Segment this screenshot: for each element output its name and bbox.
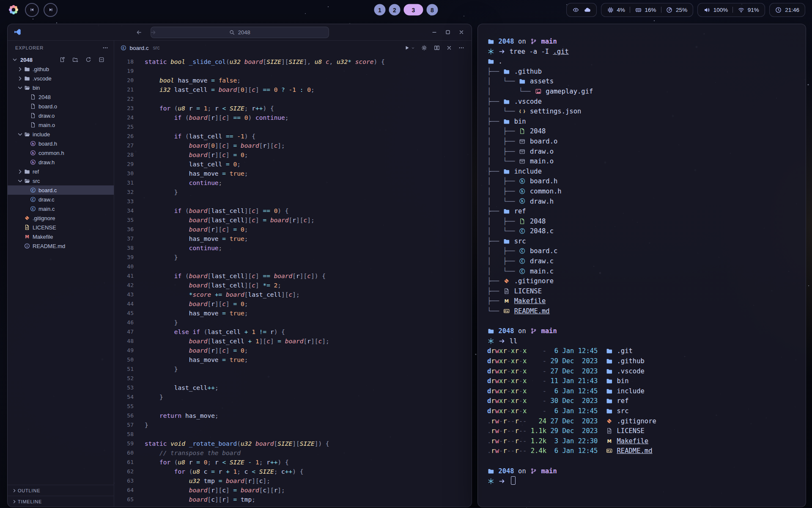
svg-text:h: h [32,160,33,164]
new-file-button[interactable] [58,57,68,63]
refresh-button[interactable] [85,57,94,63]
explorer-item-README.md[interactable]: README.md [8,241,114,251]
code-text: } [134,392,163,402]
maximize-button[interactable] [444,29,451,36]
win-min-icon [431,29,437,35]
terminal-output-line: drwxr-xr-x - 11 Jan 21:43 bin [487,376,798,387]
explorer-item-draw.h[interactable]: hdraw.h [8,157,114,167]
cpu-usage[interactable]: 4% [607,7,625,13]
weather[interactable] [584,7,591,13]
editor-tabbar: C board.c src [114,41,472,55]
explorer-item-draw.c[interactable]: Cdraw.c [8,195,114,204]
terminal-output-line: .rw-r--r-- 24 27 Dec 2023 .gitignore [487,417,798,427]
code-text: if (board[r][c] == 0) continue; [134,113,289,122]
memory-usage[interactable]: 16% [635,7,656,13]
disk-icon [666,7,673,13]
disk-usage[interactable]: 25% [666,7,688,13]
launcher-button[interactable] [7,3,20,17]
terminal-output-line: │ ├── h common.h [487,187,798,197]
tab-dir-hint: src [153,45,159,51]
code-text: } [134,253,178,262]
explorer-item-bin[interactable]: bin [8,83,114,92]
folder-icon [503,238,510,245]
explorer-item-2048[interactable]: 2048 [8,92,114,102]
arrow-prompt-icon [498,48,505,55]
media-prev-button[interactable] [25,3,39,17]
close-button[interactable] [458,29,465,36]
tab-board.c[interactable]: C board.c src [120,45,159,51]
run-button[interactable] [403,45,415,51]
workspace-1[interactable]: 1 [374,4,386,16]
wifi[interactable]: 91% [738,7,759,13]
file-label: 2048 [38,94,51,100]
workspace-8[interactable]: 8 [427,4,438,16]
terminal-output-line: └── README.md [487,306,798,317]
close-editor-button[interactable] [446,45,452,51]
win-max-icon [444,29,451,35]
workspace-3[interactable]: 3 [404,4,423,16]
code-line: 53 last_cell++; [114,383,472,392]
code-line: 29 last_cell = 0; [114,160,472,169]
collapse-folders-button[interactable] [98,57,107,63]
explorer-item-draw.o[interactable]: draw.o [8,111,114,120]
svg-text:M: M [607,439,612,444]
more-actions-button[interactable] [458,45,465,51]
blank-line [487,456,798,467]
sidebar-section-timeline[interactable]: TIMELINE [8,496,114,507]
volume[interactable]: 100% [703,7,728,13]
folder-icon [503,168,510,175]
explorer-item-include[interactable]: include [8,130,114,139]
titlebar[interactable]: 2048 [8,24,472,41]
explorer-more-button[interactable] [102,45,109,51]
explorer-item-common.h[interactable]: hcommon.h [8,148,114,157]
folder-icon [503,98,510,105]
workspace-2[interactable]: 2 [389,4,401,16]
explorer-item-.github[interactable]: .github [8,64,114,74]
explorer-item-.vscode[interactable]: .vscode [8,74,114,83]
idle-inhibitor[interactable] [572,7,579,13]
code-line: 22 [114,94,472,104]
terminal-output-line: ├── .vscode [487,97,798,107]
code-line: 32 } [114,188,472,197]
explorer-item-Makefile[interactable]: MMakefile [8,232,114,241]
line-number: 27 [114,141,134,150]
code-line: 61 for (u8 r = 0; r < SIZE - 1; r++) { [114,458,472,467]
new-folder-button[interactable] [71,57,81,63]
vscode-window: 2048 EXPLORER 2048 .github.vscodebin2048… [7,24,472,507]
explorer-item-board.h[interactable]: hboard.h [8,139,114,148]
code-line: 45 has_move = true; [114,309,472,318]
explorer-item-.gitignore[interactable]: .gitignore [8,213,114,223]
chev-down-icon [17,178,23,184]
line-number: 46 [114,318,134,327]
eye-icon [572,7,579,13]
folder-icon [606,378,613,384]
code-line: 58 [114,430,472,439]
folder-icon [503,68,510,75]
cloud-icon [584,7,591,13]
nav-back-button[interactable] [135,29,143,36]
line-number: 30 [114,169,134,178]
command-center-search[interactable]: 2048 [151,27,329,38]
minimize-button[interactable] [431,29,437,36]
line-number: 60 [114,448,134,458]
explorer-item-ref[interactable]: ref [8,167,114,176]
terminal-output-line: ├── LICENSE [487,287,798,297]
terminal-content[interactable]: 2048 on main tree -a -I .git .├── .githu… [478,24,806,507]
explorer-item-main.o[interactable]: main.o [8,120,114,130]
line-number: 51 [114,364,134,374]
explorer-item-board.c[interactable]: Cboard.c [8,185,114,195]
line-number: 53 [114,383,134,392]
configure-button[interactable] [421,45,427,51]
code-line: 36 board[r][c] = 0; [114,225,472,234]
explorer-item-board.o[interactable]: board.o [8,102,114,111]
media-next-button[interactable] [44,3,58,17]
clock[interactable]: 21:46 [775,7,799,13]
explorer-item-src[interactable]: src [8,176,114,185]
explorer-item-main.c[interactable]: Cmain.c [8,204,114,213]
file-label: .vscode [33,75,52,82]
sidebar-section-outline[interactable]: OUTLINE [8,485,114,496]
explorer-item-LICENSE[interactable]: LICENSE [8,223,114,232]
code-editor[interactable]: 18static bool _slide_col(u32 board[SIZE]… [114,55,472,507]
explorer-root-folder[interactable]: 2048 [8,55,114,64]
split-editor-button[interactable] [433,45,440,51]
